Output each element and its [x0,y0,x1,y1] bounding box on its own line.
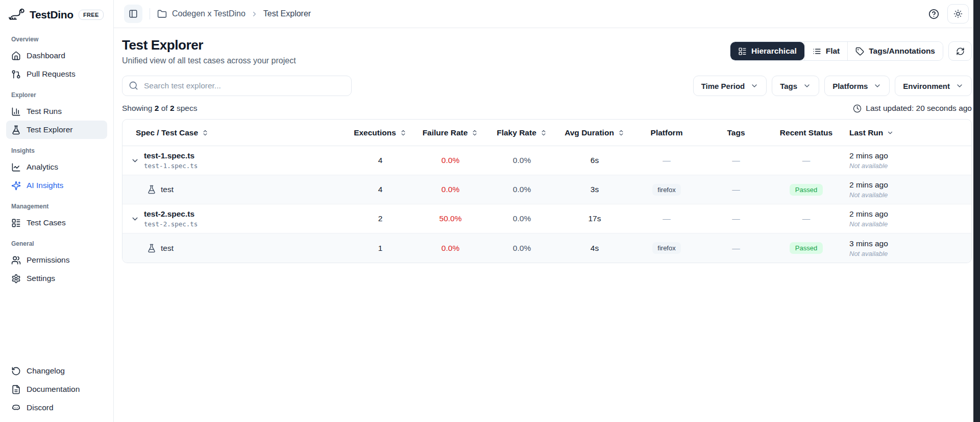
list-icon [813,47,821,56]
nav-section-insights: Insights [11,147,102,154]
brand[interactable]: TestDino FREE [6,5,107,28]
summary-shown-count: 2 [155,104,159,112]
sidebar-item-documentation[interactable]: Documentation [6,380,107,398]
column-header-flaky-rate[interactable]: Flaky Rate [485,128,559,137]
search-input[interactable] [122,76,352,96]
page-title-block: Test Explorer Unified view of all test c… [122,37,296,65]
table-row-test[interactable]: test 4 0.0% 0.0% 3s firefox — Passed 2 m… [122,175,971,204]
filter-label: Environment [903,82,950,90]
nav-section-general: General [11,240,102,247]
sidebar-item-settings[interactable]: Settings [6,269,107,288]
view-mode-label: Tags/Annotations [869,46,935,56]
theme-toggle-button[interactable] [947,4,969,24]
page-title: Test Explorer [122,37,296,53]
scrollbar[interactable] [973,0,980,422]
sidebar-item-dashboard[interactable]: Dashboard [6,46,107,65]
table-row-test[interactable]: test 1 0.0% 0.0% 4s firefox — Passed 3 m… [122,233,971,263]
view-mode-label: Flat [826,46,840,56]
sidebar-item-test-explorer[interactable]: Test Explorer [6,121,107,139]
flask-icon [147,244,156,253]
filter-environment[interactable]: Environment [895,76,972,96]
flask-icon [147,185,156,194]
column-header-spec[interactable]: Spec / Test Case [122,128,345,137]
tags-value: — [703,214,769,223]
table-row-spec[interactable]: test-2.spec.ts test-2.spec.ts 2 50.0% 0.… [122,204,971,233]
filter-platforms[interactable]: Platforms [824,76,890,96]
test-explorer-table: Spec / Test Case Executions Failure Rate… [122,119,972,263]
nav-section-management: Management [11,203,102,210]
table-row-spec[interactable]: test-1.spec.ts test-1.spec.ts 4 0.0% 0.0… [122,146,971,175]
test-name: test [161,244,174,253]
sidebar-item-label: Analytics [27,162,58,172]
tags-value: — [703,156,769,165]
spec-cell: test-1.spec.ts test-1.spec.ts [122,151,345,170]
spec-name: test-1.spec.ts [144,151,198,160]
chevron-down-icon [955,82,964,90]
sidebar-item-label: Pull Requests [27,69,76,79]
view-mode-hierarchical[interactable]: Hierarchical [730,42,804,60]
column-header-executions[interactable]: Executions [345,128,416,137]
sort-desc-icon [887,129,894,136]
column-label: Recent Status [780,128,832,137]
sidebar-item-label: AI Insights [27,181,63,190]
home-icon [11,51,21,61]
column-header-failure-rate[interactable]: Failure Rate [416,128,485,137]
sort-icon [400,129,407,136]
avg-duration-value: 17s [559,214,630,223]
spec-path: test-2.spec.ts [144,220,198,228]
column-label: Failure Rate [423,128,468,137]
column-header-last-run[interactable]: Last Run [843,128,971,137]
column-label: Last Run [849,128,883,137]
spec-path: test-1.spec.ts [144,162,198,170]
chevron-down-icon[interactable] [131,156,139,165]
refresh-button[interactable] [948,41,972,61]
view-mode-flat[interactable]: Flat [804,42,848,60]
sort-icon [618,129,625,136]
sidebar-toggle-button[interactable] [124,5,142,23]
sidebar-item-pull-requests[interactable]: Pull Requests [6,65,107,83]
column-header-avg-duration[interactable]: Avg Duration [559,128,630,137]
chevron-right-icon [251,10,258,18]
platform-cell: firefox [630,242,703,254]
sidebar-item-permissions[interactable]: Permissions [6,251,107,269]
flaky-rate-value: 0.0% [485,244,559,253]
breadcrumb-project[interactable]: Codegen x TestDino [172,9,246,18]
column-label: Platform [651,128,683,137]
filter-time-period[interactable]: Time Period [693,76,767,96]
nav-section-overview: Overview [11,36,102,43]
content: Test Explorer Unified view of all test c… [114,28,980,263]
sidebar-item-analytics[interactable]: Analytics [6,158,107,176]
chevron-down-icon[interactable] [131,215,139,223]
view-mode-tags-annotations[interactable]: Tags/Annotations [847,42,943,60]
summary-connector: of [161,104,168,112]
line-chart-icon [11,162,21,172]
failure-rate-value: 0.0% [416,156,485,165]
sidebar-item-test-runs[interactable]: Test Runs [6,102,107,121]
chevron-down-icon [803,82,811,90]
panel-left-icon [129,9,138,18]
view-mode-label: Hierarchical [751,46,797,56]
table-header-row: Spec / Test Case Executions Failure Rate… [122,120,971,146]
sidebar-item-changelog[interactable]: Changelog [6,362,107,380]
layout-list-icon [11,218,21,228]
recent-status-cell: Passed [769,184,843,196]
summary-suffix: specs [177,104,198,112]
topbar-right [928,4,969,24]
sidebar-item-ai-insights[interactable]: AI Insights [6,176,107,195]
discord-icon [11,403,21,413]
sidebar-item-label: Documentation [27,385,80,394]
sidebar-item-test-cases[interactable]: Test Cases [6,214,107,232]
column-label: Flaky Rate [497,128,536,137]
status-badge: Passed [790,242,823,254]
filter-label: Tags [780,82,797,90]
column-label: Avg Duration [565,128,614,137]
flaky-rate-value: 0.0% [485,156,559,165]
chevron-down-icon [750,82,758,90]
help-button[interactable] [928,9,939,19]
filter-label: Platforms [832,82,868,90]
app-root: TestDino FREE Overview Dashboard Pull Re… [0,0,980,422]
filter-tags[interactable]: Tags [772,76,819,96]
sidebar-item-discord[interactable]: Discord [6,398,107,417]
layout-grid-icon [738,47,747,56]
sort-icon [202,129,209,136]
